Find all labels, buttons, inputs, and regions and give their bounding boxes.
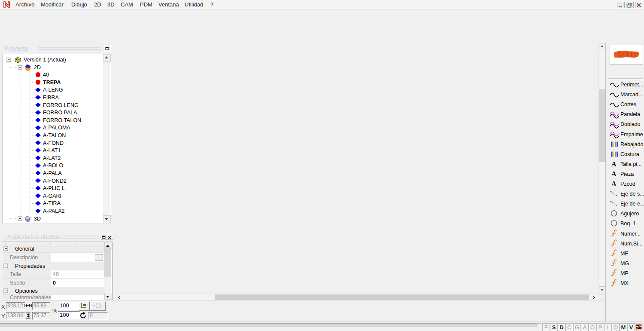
svg-text:Empalme: Empalme xyxy=(620,132,643,138)
svg-text:FORRO TALON: FORRO TALON xyxy=(43,117,81,123)
svg-text:A-BOLO: A-BOLO xyxy=(43,162,64,169)
svg-text:A: A xyxy=(611,180,617,187)
svg-text:ME: ME xyxy=(620,251,629,257)
svg-text:A-LAT2: A-LAT2 xyxy=(43,155,61,161)
svg-text:A: A xyxy=(611,170,617,178)
svg-text:Pieza: Pieza xyxy=(620,171,634,177)
svg-text:A-PALA2: A-PALA2 xyxy=(43,208,65,214)
svg-text:0: 0 xyxy=(53,280,56,286)
svg-text:A-PALA: A-PALA xyxy=(43,170,62,176)
svg-text:40: 40 xyxy=(43,72,49,78)
svg-text:Talla pi...: Talla pi... xyxy=(620,161,641,167)
svg-text:Talla: Talla xyxy=(10,271,21,277)
svg-text:Paralela: Paralela xyxy=(620,111,640,117)
svg-text:Marcad...: Marcad... xyxy=(620,92,643,98)
svg-text:2D: 2D xyxy=(34,64,41,70)
svg-text:A-TALON: A-TALON xyxy=(43,132,66,138)
svg-text:Perimet...: Perimet... xyxy=(620,82,644,88)
svg-text:A-FOND: A-FOND xyxy=(43,140,64,146)
svg-text:Contorno/rebajes: Contorno/rebajes xyxy=(10,294,51,300)
svg-text:FORRO PALA: FORRO PALA xyxy=(43,110,77,116)
svg-text:A-PALOMA: A-PALOMA xyxy=(43,125,70,131)
svg-text:MX: MX xyxy=(620,280,629,286)
svg-text:Boq. 1: Boq. 1 xyxy=(620,221,636,227)
svg-text:FIBRA: FIBRA xyxy=(43,95,59,101)
svg-text:TREPA: TREPA xyxy=(43,80,61,86)
svg-text:A-GARI: A-GARI xyxy=(43,193,61,199)
svg-text:Rebajado: Rebajado xyxy=(620,141,644,147)
svg-text:A-TIRA: A-TIRA xyxy=(43,200,61,206)
svg-text:3D: 3D xyxy=(34,216,41,222)
svg-text:MG: MG xyxy=(620,261,629,267)
svg-text:Opciones: Opciones xyxy=(15,288,38,294)
svg-text:Agujero: Agujero xyxy=(620,211,639,217)
svg-text:General: General xyxy=(15,246,34,252)
svg-text:Versión 1 (Actual): Versión 1 (Actual) xyxy=(24,57,66,63)
svg-text:A-LENG: A-LENG xyxy=(43,87,63,93)
svg-text:A-LAT1: A-LAT1 xyxy=(43,147,61,153)
svg-text:MP: MP xyxy=(620,270,629,276)
svg-text:Doblado: Doblado xyxy=(620,121,641,127)
svg-text:Suelto: Suelto xyxy=(10,280,25,286)
svg-text:Numer...: Numer... xyxy=(620,231,641,237)
svg-text:Descripción: Descripción xyxy=(10,254,38,261)
svg-text:A-PLIC L: A-PLIC L xyxy=(43,185,65,191)
svg-text:Eje de s...: Eje de s... xyxy=(620,191,644,197)
svg-text:Eje de e...: Eje de e... xyxy=(620,201,644,207)
svg-text:Pzcod: Pzcod xyxy=(620,181,635,187)
svg-text:Num.Si...: Num.Si... xyxy=(620,241,642,247)
svg-text:...: ... xyxy=(97,255,101,260)
svg-text:Propiedades: Propiedades xyxy=(15,263,45,269)
svg-text:FORRO LENG: FORRO LENG xyxy=(43,102,79,108)
svg-text:A-FOND2: A-FOND2 xyxy=(43,178,67,184)
svg-text:40: 40 xyxy=(53,271,59,277)
svg-text:Cortes: Cortes xyxy=(620,101,636,107)
svg-text:Costura: Costura xyxy=(620,151,639,157)
svg-text:A: A xyxy=(611,160,617,168)
